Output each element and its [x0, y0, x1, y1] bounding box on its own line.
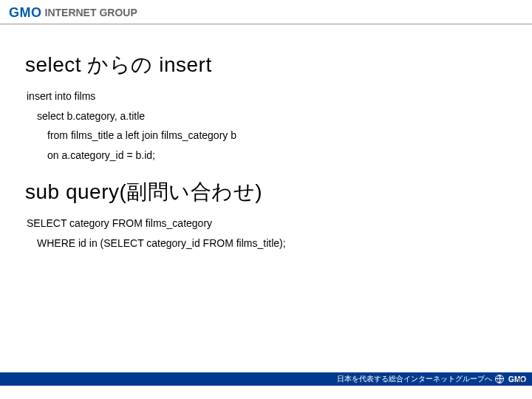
- code-line: on a.category_id = b.id;: [27, 146, 507, 166]
- footer-bar: 日本を代表する総合インターネットグループへ GMO: [0, 372, 532, 386]
- logo-primary-text: GMO: [9, 6, 42, 19]
- section-1-code: insert into films select b.category, a.t…: [27, 86, 507, 165]
- footer-tagline: 日本を代表する総合インターネットグループへ: [337, 374, 492, 384]
- slide-footer: 日本を代表する総合インターネットグループへ GMO 23: [0, 372, 532, 386]
- code-line: WHERE id in (SELECT category_id FROM fil…: [27, 233, 507, 253]
- logo-secondary-text: INTERNET GROUP: [45, 7, 137, 18]
- section-1-title: select からの insert: [25, 51, 507, 79]
- code-line: insert into films: [27, 86, 507, 106]
- slide-header: GMO INTERNET GROUP: [0, 0, 532, 24]
- section-2-code: SELECT category FROM films_category WHER…: [27, 214, 507, 253]
- code-line: from films_title a left join films_categ…: [27, 126, 507, 146]
- slide-content: select からの insert insert into films sele…: [0, 24, 532, 253]
- brand-logo: GMO INTERNET GROUP: [9, 6, 137, 19]
- globe-icon: [495, 375, 504, 383]
- section-2-title: sub query(副問い合わせ): [25, 178, 507, 206]
- footer-tag: 日本を代表する総合インターネットグループへ GMO: [337, 374, 526, 384]
- page-number: 23: [516, 378, 525, 386]
- code-line: SELECT category FROM films_category: [27, 214, 507, 233]
- code-line: select b.category, a.title: [27, 106, 507, 126]
